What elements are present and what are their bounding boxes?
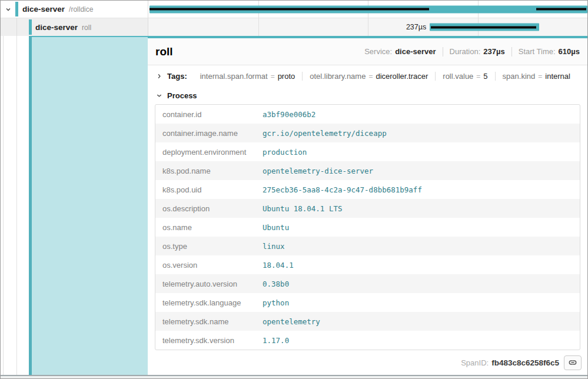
spanid-value: fb483c8c6258f6c5 bbox=[491, 358, 559, 367]
kv-key: telemetry.auto.version bbox=[155, 280, 263, 288]
span-name-cell-roll[interactable]: dice-server roll bbox=[1, 18, 148, 36]
tag-value: proto bbox=[278, 72, 295, 81]
table-row: container.image.name gcr.io/opentelemetr… bbox=[155, 124, 580, 142]
tag-key: internal.span.format bbox=[200, 72, 268, 81]
table-row: telemetry.auto.version 0.38b0 bbox=[155, 274, 580, 293]
window-bottom-edge bbox=[1, 375, 587, 378]
spanid-label: SpanID: bbox=[461, 358, 489, 367]
chevron-down-icon bbox=[156, 92, 162, 99]
table-row: deployment.environment production bbox=[155, 142, 580, 161]
kv-key: telemetry.sdk.name bbox=[155, 317, 263, 326]
process-kv-table: container.id a3bf90e006b2 container.imag… bbox=[155, 104, 580, 350]
kv-value: 0.38b0 bbox=[263, 280, 289, 288]
kv-key: container.image.name bbox=[155, 129, 263, 138]
span-duration-label: 237µs bbox=[406, 23, 426, 31]
span-color-bar bbox=[29, 19, 32, 35]
kv-value: 275ecb36-5aa8-4c2a-9c47-d8bb681b9aff bbox=[263, 185, 422, 194]
tag-item: span.kind = internal bbox=[495, 72, 577, 81]
equals-sign: = bbox=[271, 72, 275, 81]
span-summary: Service: dice-server Duration: 237µs Sta… bbox=[364, 47, 580, 56]
span-operation-name: roll bbox=[82, 24, 91, 32]
kv-key: deployment.environment bbox=[155, 148, 263, 157]
kv-value: 1.17.0 bbox=[263, 336, 289, 345]
kv-value: linux bbox=[263, 242, 285, 251]
kv-key: telemetry.sdk.version bbox=[155, 336, 263, 345]
link-icon bbox=[568, 358, 577, 367]
tag-item: roll.value = 5 bbox=[435, 72, 494, 81]
span-detail-header: roll Service: dice-server Duration: 237µ… bbox=[148, 38, 587, 65]
self-time-segment bbox=[536, 8, 586, 11]
kv-key: os.name bbox=[155, 223, 263, 232]
table-row: k8s.pod.name opentelemetry-dice-server bbox=[155, 161, 580, 180]
start-time-label: Start Time: bbox=[519, 47, 556, 56]
tag-key: span.kind bbox=[503, 72, 536, 81]
table-row: os.version 18.04.1 bbox=[155, 255, 580, 274]
kv-value: opentelemetry bbox=[263, 317, 320, 326]
table-row: os.name Ubuntu bbox=[155, 218, 580, 237]
tag-list: internal.span.format = proto otel.librar… bbox=[193, 72, 577, 81]
span-tree-gutter bbox=[1, 36, 148, 375]
span-timeline-roll: 237µs bbox=[148, 18, 587, 36]
span-color-bar bbox=[15, 2, 18, 16]
kv-key: telemetry.sdk.language bbox=[155, 298, 263, 307]
kv-key: os.version bbox=[155, 261, 263, 270]
self-time-segment bbox=[150, 8, 429, 11]
kv-value: python bbox=[263, 298, 289, 307]
equals-sign: = bbox=[368, 72, 373, 81]
start-time-value: 610µs bbox=[559, 47, 580, 56]
grid-tick bbox=[258, 18, 259, 36]
kv-value: gcr.io/opentelemetry/diceapp bbox=[263, 129, 387, 138]
duration-label: Duration: bbox=[450, 47, 481, 56]
equals-sign: = bbox=[538, 72, 542, 81]
tag-value: internal bbox=[545, 72, 570, 81]
span-row-roll[interactable]: dice-server roll 237µs bbox=[1, 18, 587, 36]
kv-key: container.id bbox=[155, 110, 263, 119]
deep-link-button[interactable] bbox=[564, 355, 582, 370]
collapse-toggle[interactable] bbox=[5, 6, 12, 13]
span-service-name: dice-server bbox=[22, 5, 65, 14]
chevron-down-icon bbox=[5, 6, 12, 13]
kv-value: production bbox=[263, 148, 307, 157]
table-row: os.type linux bbox=[155, 237, 580, 255]
kv-value: Ubuntu 18.04.1 LTS bbox=[263, 204, 342, 213]
tags-accordion[interactable]: Tags: internal.span.format = proto otel.… bbox=[148, 65, 587, 87]
service-value: dice-server bbox=[395, 47, 436, 56]
selected-span-highlight bbox=[32, 36, 148, 375]
kv-value: a3bf90e006b2 bbox=[263, 110, 315, 119]
grid-tick bbox=[368, 18, 368, 36]
kv-value: opentelemetry-dice-server bbox=[263, 167, 373, 175]
span-detail-footer: SpanID: fb483c8c6258f6c5 bbox=[148, 350, 587, 375]
table-row: container.id a3bf90e006b2 bbox=[155, 105, 580, 124]
table-row: telemetry.sdk.version 1.17.0 bbox=[155, 331, 580, 350]
kv-value: 18.04.1 bbox=[263, 261, 294, 270]
equals-sign: = bbox=[476, 72, 480, 81]
span-bar-roll[interactable] bbox=[430, 24, 539, 31]
span-service-name: dice-server bbox=[35, 23, 78, 32]
span-row-rolldice[interactable]: dice-server /rolldice bbox=[1, 1, 587, 18]
self-time-segment bbox=[431, 26, 536, 28]
indent-guide bbox=[3, 36, 4, 375]
span-operation-name: /rolldice bbox=[69, 5, 93, 14]
service-label: Service: bbox=[364, 47, 392, 56]
span-timeline-rolldice bbox=[148, 1, 587, 18]
tag-key: otel.library.name bbox=[310, 72, 366, 81]
process-header: Process bbox=[167, 91, 197, 100]
kv-value: Ubuntu bbox=[263, 223, 289, 232]
tags-header: Tags: bbox=[167, 72, 187, 81]
span-detail-panel: roll Service: dice-server Duration: 237µ… bbox=[148, 36, 587, 375]
chevron-right-icon bbox=[156, 73, 162, 79]
kv-key: os.type bbox=[155, 242, 263, 251]
tag-item: otel.library.name = diceroller.tracer bbox=[302, 72, 435, 81]
span-bar-rolldice[interactable] bbox=[150, 5, 587, 13]
tag-value: 5 bbox=[483, 72, 487, 81]
tag-value: diceroller.tracer bbox=[376, 72, 428, 81]
kv-key: os.description bbox=[155, 204, 263, 213]
indent-guide bbox=[16, 36, 17, 375]
tag-key: roll.value bbox=[443, 72, 473, 81]
span-name-cell-rolldice[interactable]: dice-server /rolldice bbox=[1, 1, 148, 18]
jaeger-trace-window: dice-server /rolldice dice-server roll bbox=[0, 0, 588, 379]
table-row: telemetry.sdk.language python bbox=[155, 293, 580, 312]
process-accordion[interactable]: Process bbox=[148, 87, 587, 104]
summary-divider bbox=[511, 47, 512, 56]
summary-divider bbox=[443, 47, 443, 56]
